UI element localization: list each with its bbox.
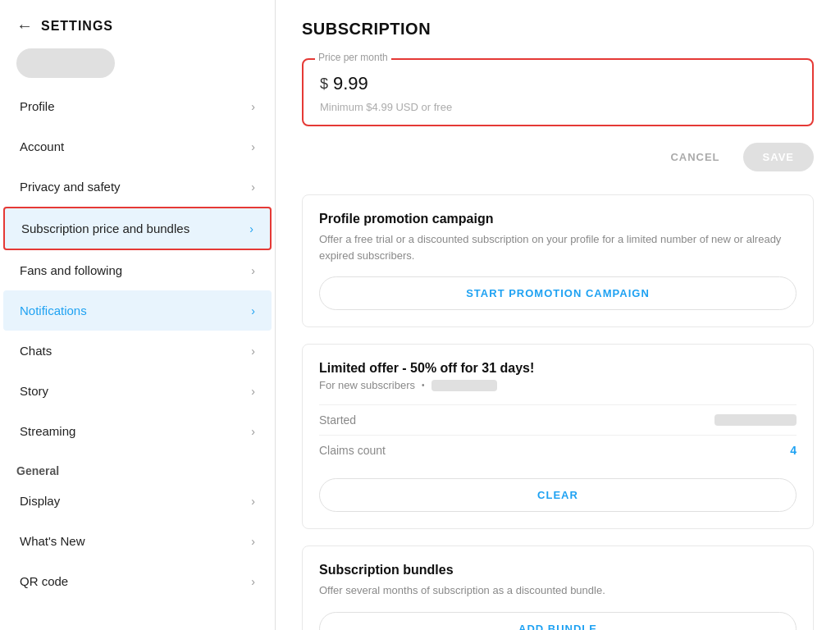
bundles-section: Subscription bundles Offer several month…: [302, 546, 814, 630]
limited-offer-section: Limited offer - 50% off for 31 days! For…: [302, 344, 814, 529]
promotion-title: Profile promotion campaign: [319, 212, 797, 226]
sidebar-item-display[interactable]: Display ›: [3, 481, 272, 521]
sidebar-item-label: Streaming: [20, 424, 75, 438]
redacted-bar: [431, 380, 497, 391]
start-promotion-button[interactable]: START PROMOTION CAMPAIGN: [319, 276, 797, 310]
sidebar-item-fans[interactable]: Fans and following ›: [3, 250, 272, 290]
sidebar-item-chats[interactable]: Chats ›: [3, 331, 272, 371]
sidebar-item-label: Notifications: [20, 304, 87, 317]
sidebar-item-notifications[interactable]: Notifications ›: [3, 290, 272, 331]
chevron-right-icon: ›: [251, 100, 255, 113]
bundles-desc: Offer several months of subscription as …: [319, 582, 797, 599]
offer-started-row: Started: [319, 404, 797, 435]
offer-subtitle: For new subscribers: [319, 379, 415, 391]
clear-button[interactable]: CLEAR: [319, 478, 797, 512]
sidebar-item-label: Story: [20, 384, 48, 398]
chevron-right-icon: ›: [251, 425, 255, 438]
claims-value: 4: [790, 444, 797, 457]
sidebar-item-story[interactable]: Story ›: [3, 371, 272, 411]
sidebar-title: SETTINGS: [41, 19, 113, 34]
sidebar-item-streaming[interactable]: Streaming ›: [3, 411, 272, 451]
sidebar-item-label: What's New: [20, 534, 85, 548]
sidebar-item-label: Privacy and safety: [20, 180, 121, 194]
claims-label: Claims count: [319, 444, 386, 457]
promotion-desc: Offer a free trial or a discounted subsc…: [319, 231, 797, 263]
offer-title: Limited offer - 50% off for 31 days!: [319, 361, 797, 376]
chevron-right-icon: ›: [251, 264, 255, 277]
sidebar-item-subscription[interactable]: Subscription price and bundles ›: [3, 207, 272, 250]
back-arrow-icon[interactable]: ←: [16, 16, 33, 35]
bundles-title: Subscription bundles: [319, 563, 797, 578]
avatar: [16, 48, 115, 78]
action-row: CANCEL SAVE: [302, 143, 814, 171]
price-input-row: $: [320, 73, 796, 94]
promotion-campaign-section: Profile promotion campaign Offer a free …: [302, 194, 814, 327]
chevron-right-icon: ›: [251, 535, 255, 548]
sidebar-item-whats-new[interactable]: What's New ›: [3, 521, 272, 561]
chevron-right-icon: ›: [251, 385, 255, 398]
sidebar-header: ← SETTINGS: [0, 0, 275, 48]
sidebar-item-account[interactable]: Account ›: [3, 126, 272, 167]
page-title: SUBSCRIPTION: [302, 20, 814, 39]
sidebar-item-privacy[interactable]: Privacy and safety ›: [3, 167, 272, 207]
chevron-right-icon: ›: [251, 140, 255, 153]
offer-dot: •: [422, 381, 425, 390]
chevron-right-icon: ›: [251, 304, 255, 317]
cancel-button[interactable]: CANCEL: [660, 144, 729, 170]
offer-subtitle-row: For new subscribers •: [319, 379, 797, 391]
price-hint: Minimum $4.99 USD or free: [320, 101, 796, 113]
sidebar-item-label: QR code: [20, 574, 68, 588]
price-input[interactable]: [333, 73, 796, 94]
sidebar-item-label: Fans and following: [20, 263, 122, 277]
offer-claims-row: Claims count 4: [319, 435, 797, 465]
chevron-right-icon: ›: [251, 575, 255, 588]
chevron-right-icon: ›: [251, 345, 255, 358]
sidebar-item-label: Subscription price and bundles: [21, 221, 189, 235]
sidebar-item-label: Account: [20, 139, 64, 153]
general-section-label: General: [0, 451, 275, 481]
sidebar: ← SETTINGS Profile › Account › Privacy a…: [0, 0, 276, 630]
chevron-right-icon: ›: [251, 495, 255, 508]
sidebar-item-profile[interactable]: Profile ›: [3, 86, 272, 126]
sidebar-item-label: Display: [20, 494, 60, 508]
started-label: Started: [319, 413, 356, 427]
price-per-month-box: Price per month $ Minimum $4.99 USD or f…: [302, 58, 814, 126]
chevron-right-icon: ›: [249, 222, 253, 235]
price-box-label: Price per month: [315, 52, 391, 63]
redacted-started-value: [714, 414, 797, 426]
price-dollar-sign: $: [320, 75, 328, 93]
chevron-right-icon: ›: [251, 180, 255, 194]
sidebar-item-label: Profile: [20, 99, 55, 113]
main-content: SUBSCRIPTION Price per month $ Minimum $…: [276, 0, 840, 630]
sidebar-item-label: Chats: [20, 344, 52, 358]
sidebar-item-qr-code[interactable]: QR code ›: [3, 561, 272, 601]
add-bundle-button[interactable]: ADD BUNDLE: [319, 612, 797, 631]
save-button[interactable]: SAVE: [743, 143, 814, 171]
